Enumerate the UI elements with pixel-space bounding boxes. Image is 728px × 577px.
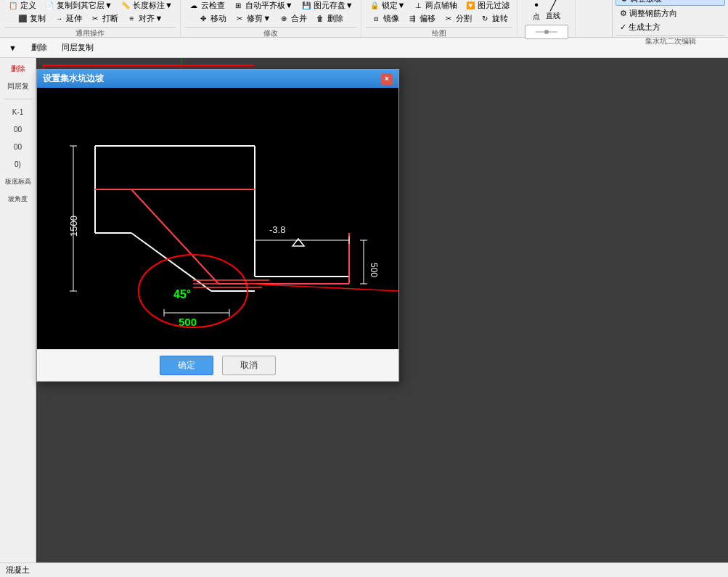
btn-break[interactable]: ✂ 打断 <box>86 12 121 25</box>
btn-copy-layer[interactable]: 📄 复制到其它层▼ <box>41 0 115 12</box>
sidebar-val-2: 00 <box>2 139 34 155</box>
svg-text:500: 500 <box>369 263 379 277</box>
cancel-button[interactable]: 取消 <box>222 356 276 375</box>
dialog-title-bar[interactable]: 设置集水坑边坡 × <box>37 70 398 88</box>
offset-icon: ⇶ <box>406 13 418 25</box>
sidebar-btn-copy[interactable]: 同层复 <box>2 78 34 94</box>
svg-text:-3.8: -3.8 <box>269 224 285 235</box>
right-toolbar-group: ⚙ 调整放坡 ⚙ 调整钢筋方向 ✓ 生成土方 集水坑二次编辑 <box>612 0 728 38</box>
btn-offset[interactable]: ⇶ 偏移 <box>404 12 438 25</box>
toolbar-row-5: 🔒 锁定▼ ⊥ 两点辅轴 🔽 图元过滤 <box>366 0 513 12</box>
btn-mirror[interactable]: ⧈ 镜像 <box>367 12 402 25</box>
sidebar-val-3: 0) <box>2 156 34 172</box>
rebar-icon: ⚙ <box>620 9 627 18</box>
toolbar-group-modify: ☁ 云检查 ⊞ 自动平齐板▼ 💾 图元存盘▼ ✥ 移动 ✂ 修剪▼ ⊕ <box>181 0 361 37</box>
sidebar-plate-height: 板底标高 <box>2 173 34 189</box>
svg-line-64 <box>248 284 398 291</box>
toolbar-group-draw-tools: • 点 ╱ 直线 <box>518 0 576 37</box>
cloud-check-icon: ☁ <box>188 0 200 12</box>
toolbar-label-draw: 绘图 <box>366 27 513 38</box>
main-toolbar: 📋 定义 📄 复制到其它层▼ 📏 长度标注▼ ⬛ 复制 → 延伸 ✂ <box>0 0 728 38</box>
merge-icon: ⊕ <box>278 13 290 25</box>
btn-auto-align[interactable]: ⊞ 自动平齐板▼ <box>229 0 296 12</box>
tb2-dropdown[interactable]: ▼ <box>3 43 23 53</box>
trim-icon: ✂ <box>234 13 245 25</box>
filter-icon: 🔽 <box>465 0 476 12</box>
dialog-footer: 确定 取消 <box>37 349 398 381</box>
split-icon: ✂ <box>443 13 454 25</box>
save-elem-icon: 💾 <box>300 0 312 12</box>
btn-extend[interactable]: → 延伸 <box>50 12 85 25</box>
sidebar-btn-k1[interactable]: K-1 <box>2 104 34 120</box>
toolbar-label-general: 通用操作 <box>4 27 176 38</box>
length-mark-icon: 📏 <box>120 0 131 12</box>
rotate-icon: ↻ <box>479 13 491 25</box>
btn-gen-earthwork[interactable]: ✓ 生成土方 <box>615 21 725 33</box>
lock-icon: 🔒 <box>369 0 380 12</box>
sidebar-slope-angle: 坡角度 <box>2 191 34 207</box>
delete-icon: 🗑 <box>314 13 326 25</box>
point-tool[interactable]: • 点 <box>533 0 540 22</box>
slope-dialog: 设置集水坑边坡 × <box>36 69 399 382</box>
point-label: 点 <box>533 12 540 22</box>
sidebar-btn-delete[interactable]: 删除 <box>2 61 34 77</box>
copy-layer-icon: 📄 <box>44 0 55 12</box>
break-icon: ✂ <box>89 13 101 25</box>
btn-tb2-copy-layer[interactable]: 同层复制 <box>56 41 99 54</box>
toolbar-row-1: 📋 定义 📄 复制到其它层▼ 📏 长度标注▼ <box>4 0 176 12</box>
toolbar-label-modify: 修改 <box>185 27 356 38</box>
svg-point-60 <box>139 255 248 327</box>
confirm-button[interactable]: 确定 <box>160 356 213 375</box>
btn-length-mark[interactable]: 📏 长度标注▼ <box>117 0 176 12</box>
btn-rotate[interactable]: ↻ 旋转 <box>476 12 511 25</box>
toolbar-row-4: ✥ 移动 ✂ 修剪▼ ⊕ 合并 🗑 删除 <box>195 12 346 25</box>
btn-split[interactable]: ✂ 分割 <box>440 12 475 25</box>
btn-save-elem[interactable]: 💾 图元存盘▼ <box>298 0 356 12</box>
earthwork-icon: ✓ <box>620 22 626 32</box>
toolbar-row-3: ☁ 云检查 ⊞ 自动平齐板▼ 💾 图元存盘▼ <box>185 0 356 12</box>
toolbar-row-6: ⧈ 镜像 ⇶ 偏移 ✂ 分割 ↻ 旋转 <box>367 12 511 25</box>
btn-define[interactable]: 📋 定义 <box>4 0 39 12</box>
btn-lock[interactable]: 🔒 锁定▼ <box>366 0 409 12</box>
dialog-cad-svg: 1500 -3.8 500 45° 500 <box>37 88 398 349</box>
move-icon: ✥ <box>197 13 209 25</box>
point-icon: • <box>534 0 539 12</box>
btn-align[interactable]: ≡ 对齐▼ <box>123 12 165 25</box>
mirror-icon: ⧈ <box>370 13 382 25</box>
btn-move[interactable]: ✥ 移动 <box>195 12 229 25</box>
status-bar: 混凝土 <box>0 562 728 577</box>
line-tool[interactable]: ╱ 直线 <box>546 0 560 21</box>
svg-text:1500: 1500 <box>68 216 79 237</box>
line-icon: ╱ <box>550 0 556 11</box>
dialog-drawing-area: 1500 -3.8 500 45° 500 <box>37 88 398 349</box>
line-label: 直线 <box>546 11 560 21</box>
auto-align-icon: ⊞ <box>232 0 244 12</box>
btn-two-point[interactable]: ⊥ 两点辅轴 <box>409 0 460 12</box>
btn-cloud-check[interactable]: ☁ 云检查 <box>185 0 228 12</box>
extend-icon: → <box>53 13 65 25</box>
left-sidebar: 删除 同层复 K-1 00 00 0) 板底标高 坡角度 <box>0 58 36 577</box>
btn-merge[interactable]: ⊕ 合并 <box>275 12 310 25</box>
copy-icon: ⬛ <box>17 13 28 25</box>
dialog-close-button[interactable]: × <box>381 73 393 85</box>
dialog-title: 设置集水坑边坡 <box>43 73 104 85</box>
define-icon: 📋 <box>7 0 19 12</box>
toolbar-group-draw: 🔒 锁定▼ ⊥ 两点辅轴 🔽 图元过滤 ⧈ 镜像 ⇶ 偏移 ✂ <box>361 0 518 37</box>
btn-adjust-slope[interactable]: ⚙ 调整放坡 <box>615 0 725 6</box>
toolbar-row-2: ⬛ 复制 → 延伸 ✂ 打断 ≡ 对齐▼ <box>14 12 165 25</box>
btn-delete[interactable]: 🗑 删除 <box>311 12 346 25</box>
right-group-label: 集水坑二次编辑 <box>615 35 725 46</box>
sidebar-val-1: 00 <box>2 121 34 137</box>
toolbar-group-general: 📋 定义 📄 复制到其它层▼ 📏 长度标注▼ ⬛ 复制 → 延伸 ✂ <box>0 0 181 37</box>
btn-filter[interactable]: 🔽 图元过滤 <box>462 0 512 12</box>
align-icon: ≡ <box>126 13 137 25</box>
btn-copy[interactable]: ⬛ 复制 <box>14 12 49 25</box>
btn-tb2-delete[interactable]: 删除 <box>25 41 53 54</box>
btn-trim[interactable]: ✂ 修剪▼ <box>231 12 274 25</box>
btn-adjust-rebar[interactable]: ⚙ 调整钢筋方向 <box>615 7 725 20</box>
two-point-icon: ⊥ <box>412 0 424 12</box>
slope-icon: ⚙ <box>621 0 628 4</box>
status-text: 混凝土 <box>6 565 30 576</box>
